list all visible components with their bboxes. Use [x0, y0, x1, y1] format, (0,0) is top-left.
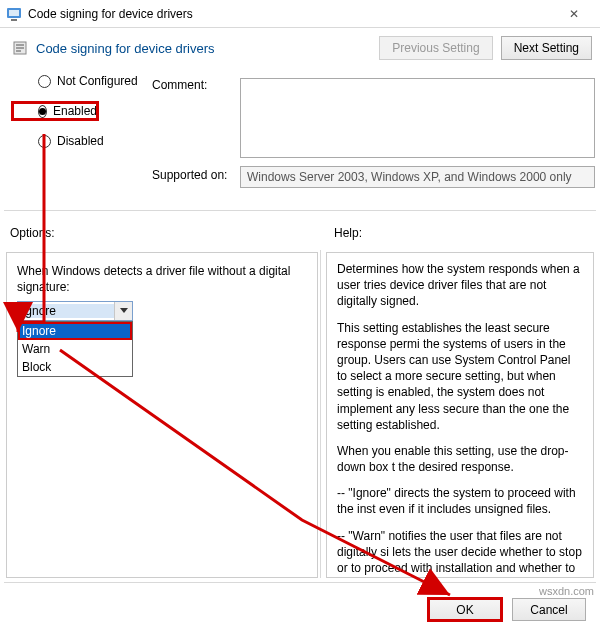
svg-rect-2: [11, 19, 17, 21]
help-panel: Determines how the system responds when …: [326, 252, 594, 578]
response-combobox[interactable]: Ignore Ignore Warn Block: [17, 301, 133, 321]
cancel-button[interactable]: Cancel: [512, 598, 586, 621]
radio-label: Not Configured: [57, 74, 138, 88]
radio-label: Enabled: [53, 104, 97, 118]
radio-enabled[interactable]: Enabled: [12, 102, 98, 120]
window-title: Code signing for device drivers: [28, 7, 548, 21]
next-setting-button[interactable]: Next Setting: [501, 36, 592, 60]
page-title: Code signing for device drivers: [36, 41, 371, 56]
close-icon[interactable]: ✕: [554, 7, 594, 21]
help-text: -- "Warn" notifies the user that files a…: [337, 528, 583, 578]
radio-label: Disabled: [57, 134, 104, 148]
dropdown-item-ignore[interactable]: Ignore: [18, 322, 132, 340]
ok-button[interactable]: OK: [428, 598, 502, 621]
divider: [4, 582, 596, 583]
options-panel: When Windows detects a driver file witho…: [6, 252, 318, 578]
chevron-down-icon: [114, 302, 132, 320]
dialog-button-row: OK Cancel: [0, 598, 600, 621]
help-text: When you enable this setting, use the dr…: [337, 443, 583, 475]
dropdown-item-warn[interactable]: Warn: [18, 340, 132, 358]
dropdown-item-block[interactable]: Block: [18, 358, 132, 376]
watermark: wsxdn.com: [539, 585, 594, 597]
combobox-dropdown: Ignore Warn Block: [17, 321, 133, 377]
help-text: Determines how the system responds when …: [337, 261, 583, 310]
divider: [4, 210, 596, 211]
policy-icon: [12, 40, 28, 56]
svg-rect-1: [9, 10, 19, 16]
title-bar: Code signing for device drivers ✕: [0, 0, 600, 28]
combobox-selected: Ignore: [18, 304, 114, 318]
previous-setting-button: Previous Setting: [379, 36, 492, 60]
help-text: This setting establishes the least secur…: [337, 320, 583, 433]
help-label: Help:: [334, 226, 362, 240]
supported-on-label: Supported on:: [152, 168, 227, 182]
radio-icon: [38, 75, 51, 88]
radio-icon: [38, 135, 51, 148]
radio-icon: [38, 105, 47, 118]
panel-divider: [320, 250, 321, 578]
comment-label: Comment:: [152, 78, 207, 92]
options-label: Options:: [10, 226, 55, 240]
app-icon: [6, 6, 22, 22]
supported-on-text: Windows Server 2003, Windows XP, and Win…: [240, 166, 595, 188]
help-text: -- "Ignore" directs the system to procee…: [337, 485, 583, 517]
options-prompt: When Windows detects a driver file witho…: [17, 263, 307, 295]
comment-textarea[interactable]: [240, 78, 595, 158]
